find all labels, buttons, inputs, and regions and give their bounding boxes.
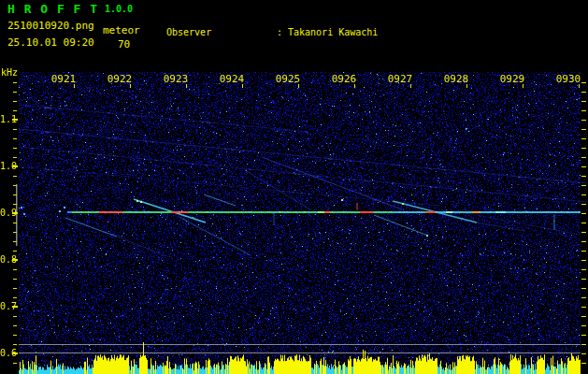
- datetime-label: 25.10.01 09:20: [7, 36, 94, 49]
- time-tick-label: 0928: [443, 74, 469, 84]
- time-tick-label: 0925: [275, 74, 301, 84]
- time-tick-label: 0923: [163, 74, 189, 84]
- info-label: Observer: [166, 27, 277, 38]
- time-tick-label: 0922: [107, 74, 133, 84]
- echo-count: 70: [118, 38, 130, 50]
- freq-tick-label: 1.1: [0, 115, 12, 124]
- freq-tick-label: 0.9: [0, 209, 12, 218]
- freq-unit-label: kHz: [1, 67, 18, 78]
- spectrogram-canvas: [0, 56, 588, 374]
- time-tick-label: 0924: [219, 74, 245, 84]
- time-tick-label: 0930: [555, 74, 581, 84]
- app-version: 1.0.0: [105, 4, 133, 14]
- freq-tick-label: 0.7: [0, 302, 12, 311]
- info-row-observer: Observer:Takanori Kawachi: [166, 27, 491, 38]
- mode-label: meteor: [103, 24, 140, 36]
- freq-tick-label: 1.0: [0, 162, 12, 171]
- time-tick-label: 0921: [50, 74, 77, 84]
- app-title: H R O F F T: [7, 2, 98, 16]
- freq-tick-label: 0.6: [0, 349, 12, 358]
- info-value: Takanori Kawachi: [288, 27, 378, 38]
- freq-tick-label: 0.8: [0, 255, 12, 265]
- time-tick-label: 0927: [387, 74, 413, 84]
- time-tick-label: 0926: [331, 74, 357, 84]
- hrofft-window: { "header": { "title": "H R O F F T", "v…: [0, 0, 588, 374]
- output-filename: 2510010920.png: [7, 20, 94, 32]
- time-tick-label: 0929: [499, 74, 525, 84]
